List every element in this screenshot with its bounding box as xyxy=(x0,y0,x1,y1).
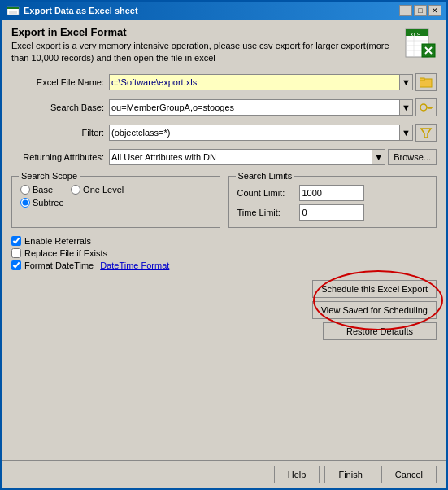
title-controls: ─ □ ✕ xyxy=(399,5,441,16)
filter-control: ▼ xyxy=(109,124,437,142)
filter-icon xyxy=(420,127,433,138)
window-icon xyxy=(7,4,20,17)
finish-button[interactable]: Finish xyxy=(324,466,376,483)
search-base-key-button[interactable] xyxy=(415,98,437,116)
search-base-row: Search Base: ▼ xyxy=(11,98,437,116)
search-base-dropdown[interactable]: ▼ xyxy=(399,100,412,115)
title-text: Export Data as Excel sheet xyxy=(24,6,138,15)
minimize-button[interactable]: ─ xyxy=(399,5,412,16)
filter-label: Filter: xyxy=(11,128,109,138)
filter-input[interactable] xyxy=(110,125,399,140)
returning-attr-control: ▼ Browse... xyxy=(109,149,437,165)
search-scope-panel: Search Scope Base One Level xyxy=(11,176,220,228)
time-limit-label: Time Limit: xyxy=(237,208,294,217)
base-radio[interactable] xyxy=(20,185,30,195)
maximize-button[interactable]: □ xyxy=(414,5,427,16)
filter-icon-button[interactable] xyxy=(415,124,437,142)
format-datetime-row: Format DateTime DateTime Format xyxy=(11,260,437,270)
time-limit-row: Time Limit: xyxy=(237,204,428,221)
replace-file-label: Replace File if Exists xyxy=(24,248,107,258)
enable-referrals-label: Enable Referrals xyxy=(24,236,91,246)
filter-dropdown[interactable]: ▼ xyxy=(399,125,412,140)
excel-file-input[interactable] xyxy=(110,75,399,90)
filter-row: Filter: ▼ xyxy=(11,124,437,142)
cancel-button[interactable]: Cancel xyxy=(381,466,437,483)
time-limit-input[interactable] xyxy=(299,204,364,221)
description-text: Excel export is a very memory intensive … xyxy=(11,40,396,65)
returning-attr-row: Returning Attributes: ▼ Browse... xyxy=(11,149,437,165)
search-limits-title: Search Limits xyxy=(236,171,295,181)
checkboxes-section: Enable Referrals Replace File if Exists … xyxy=(11,236,437,270)
base-radio-item[interactable]: Base xyxy=(20,185,53,195)
count-limit-input[interactable] xyxy=(299,185,364,201)
close-button[interactable]: ✕ xyxy=(428,5,441,16)
search-base-input[interactable] xyxy=(110,100,399,115)
one-level-radio[interactable] xyxy=(71,185,80,195)
search-scope-radios: Base One Level Subtree xyxy=(20,185,211,208)
view-saved-button[interactable]: View Saved for Scheduling xyxy=(312,301,437,319)
help-button[interactable]: Help xyxy=(274,466,320,483)
format-datetime-checkbox[interactable] xyxy=(11,260,21,270)
returning-attr-input[interactable] xyxy=(110,150,372,164)
enable-referrals-row: Enable Referrals xyxy=(11,236,437,246)
excel-icon: XLS xyxy=(404,26,437,60)
svg-rect-1 xyxy=(7,7,19,9)
excel-file-row: Excel File Name: ▼ xyxy=(11,73,437,91)
key-icon xyxy=(420,102,433,113)
search-base-combo: ▼ xyxy=(109,99,413,116)
svg-marker-20 xyxy=(421,129,431,138)
excel-file-combo: ▼ xyxy=(109,74,413,90)
returning-attr-combo: ▼ xyxy=(109,149,385,165)
section-title: Export in Excel Format xyxy=(11,26,396,38)
filter-combo: ▼ xyxy=(109,125,413,141)
main-window: Export Data as Excel sheet ─ □ ✕ Export … xyxy=(0,0,448,490)
replace-file-row: Replace File if Exists xyxy=(11,248,437,258)
scope-row-1: Base One Level xyxy=(20,185,211,195)
subtree-label: Subtree xyxy=(33,198,64,208)
panels-row: Search Scope Base One Level xyxy=(11,176,437,228)
subtree-radio-item[interactable]: Subtree xyxy=(20,198,64,208)
svg-rect-15 xyxy=(420,78,424,81)
one-level-radio-item[interactable]: One Level xyxy=(71,185,124,195)
browse-button[interactable]: Browse... xyxy=(388,149,437,165)
excel-file-dropdown[interactable]: ▼ xyxy=(399,75,412,90)
search-base-control: ▼ xyxy=(109,98,437,116)
one-level-label: One Level xyxy=(83,185,124,195)
format-datetime-label: Format DateTime xyxy=(24,260,94,270)
count-limit-label: Count Limit: xyxy=(237,188,294,198)
excel-file-control: ▼ xyxy=(109,73,437,91)
enable-referrals-checkbox[interactable] xyxy=(11,236,21,246)
base-label: Base xyxy=(33,185,53,195)
bottom-bar: Help Finish Cancel xyxy=(2,460,446,488)
search-limits-panel: Search Limits Count Limit: Time Limit: xyxy=(228,176,437,228)
main-content: Export in Excel Format Excel export is a… xyxy=(2,20,446,460)
scope-row-2: Subtree xyxy=(20,198,211,208)
excel-file-label: Excel File Name: xyxy=(11,77,109,87)
schedule-button[interactable]: Schedule this Excel Export xyxy=(312,280,437,298)
title-bar-left: Export Data as Excel sheet xyxy=(7,4,138,17)
datetime-format-link[interactable]: DateTime Format xyxy=(100,260,169,270)
folder-icon xyxy=(420,77,433,88)
returning-attr-label: Returning Attributes: xyxy=(11,152,109,162)
search-scope-title: Search Scope xyxy=(19,171,80,181)
returning-attr-dropdown[interactable]: ▼ xyxy=(372,150,385,164)
search-base-label: Search Base: xyxy=(11,103,109,112)
excel-file-folder-button[interactable] xyxy=(415,73,437,91)
subtree-radio[interactable] xyxy=(20,198,30,208)
count-limit-row: Count Limit: xyxy=(237,185,428,201)
svg-text:XLS: XLS xyxy=(410,32,421,37)
restore-defaults-button[interactable]: Restore Defaults xyxy=(323,322,437,340)
title-bar: Export Data as Excel sheet ─ □ ✕ xyxy=(2,2,446,20)
svg-point-16 xyxy=(420,104,427,111)
action-buttons-section: Schedule this Excel Export View Saved fo… xyxy=(11,280,437,340)
replace-file-checkbox[interactable] xyxy=(11,248,21,258)
